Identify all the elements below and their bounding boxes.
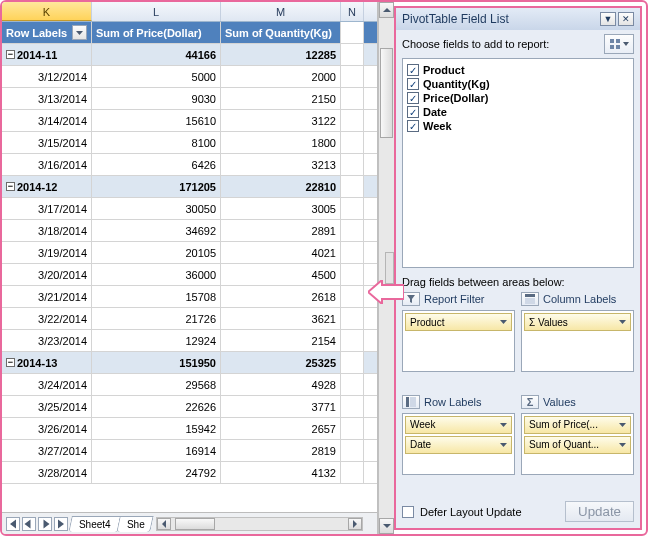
pane-close-icon[interactable]: ✕ [618, 12, 634, 26]
area-chip[interactable]: Product [405, 313, 512, 331]
chevron-down-icon [619, 423, 626, 427]
field-item[interactable]: ✓Week [407, 119, 629, 133]
column-labels-title: Column Labels [521, 292, 634, 306]
defer-update-label: Defer Layout Update [420, 506, 522, 518]
pane-title: PivotTable Field List [402, 12, 509, 26]
tab-prev-icon[interactable] [22, 517, 36, 531]
svg-rect-6 [406, 397, 409, 407]
collapse-toggle-icon[interactable]: − [6, 182, 15, 191]
collapse-toggle-icon[interactable]: − [6, 50, 15, 59]
pivot-data-row[interactable]: 3/19/2014201054021 [2, 242, 377, 264]
svg-rect-4 [525, 294, 535, 297]
field-checkbox[interactable]: ✓ [407, 64, 419, 76]
pivot-data-row[interactable]: 3/21/2014157082618 [2, 286, 377, 308]
row-labels-filter-icon[interactable] [72, 25, 87, 40]
defer-update-checkbox[interactable] [402, 506, 414, 518]
col-L-header[interactable]: L [92, 2, 221, 21]
row-labels-title: Row Labels [402, 395, 515, 409]
chevron-down-icon [619, 320, 626, 324]
pivot-data-row[interactable]: 3/23/2014129242154 [2, 330, 377, 352]
vertical-scrollbar[interactable] [378, 2, 394, 534]
sum-price-header[interactable]: Sum of Price(Dollar) [92, 22, 221, 43]
pivot-data-row[interactable]: 3/26/2014159422657 [2, 418, 377, 440]
col-M-header[interactable]: M [221, 2, 341, 21]
update-button[interactable]: Update [565, 501, 634, 522]
hscroll-thumb[interactable] [175, 518, 215, 530]
pivot-data-row[interactable]: 3/25/2014226263771 [2, 396, 377, 418]
filter-icon [402, 292, 420, 306]
field-item[interactable]: ✓Price(Dollar) [407, 91, 629, 105]
chevron-down-icon [500, 423, 507, 427]
horizontal-scrollbar[interactable] [156, 517, 363, 531]
field-checkbox[interactable]: ✓ [407, 120, 419, 132]
tab-next-icon[interactable] [38, 517, 52, 531]
tab-last-icon[interactable] [54, 517, 68, 531]
vscroll-thumb[interactable] [380, 48, 393, 138]
area-chip[interactable]: Week [405, 416, 512, 434]
values-title: Σ Values [521, 395, 634, 409]
pivot-data-row[interactable]: 3/13/201490302150 [2, 88, 377, 110]
row-labels-header[interactable]: Row Labels [2, 22, 92, 43]
col-K-header[interactable]: K [2, 2, 92, 21]
vscroll-down-icon[interactable] [379, 518, 394, 534]
choose-fields-label: Choose fields to add to report: [402, 38, 604, 50]
pane-title-bar: PivotTable Field List ▼ ✕ [396, 8, 640, 30]
svg-rect-3 [616, 45, 620, 49]
annotation-arrow-icon [368, 280, 404, 304]
pivot-data-row[interactable]: 3/17/2014300503005 [2, 198, 377, 220]
sum-qty-header[interactable]: Sum of Quantity(Kg) [221, 22, 341, 43]
pivot-data-row[interactable]: 3/14/2014156103122 [2, 110, 377, 132]
pivot-data-row[interactable]: 3/15/201481001800 [2, 132, 377, 154]
sheet-tab-sheet4[interactable]: Sheet4 [68, 516, 121, 532]
report-filter-area[interactable]: Product [402, 310, 515, 372]
pivot-group-row[interactable]: −2014-114416612285 [2, 44, 377, 66]
tab-first-icon[interactable] [6, 517, 20, 531]
values-area[interactable]: Sum of Price(...Sum of Quant... [521, 413, 634, 475]
pivot-data-row[interactable]: 3/27/2014169142819 [2, 440, 377, 462]
area-chip[interactable]: Σ Values [524, 313, 631, 331]
pivot-field-list-pane: PivotTable Field List ▼ ✕ Choose fields … [394, 6, 642, 530]
pivot-data-row[interactable]: 3/28/2014247924132 [2, 462, 377, 484]
columns-icon [521, 292, 539, 306]
column-labels-area[interactable]: Σ Values [521, 310, 634, 372]
pivot-data-row[interactable]: 3/24/2014295684928 [2, 374, 377, 396]
sheet-tab-truncated[interactable]: She [116, 516, 153, 532]
area-chip[interactable]: Sum of Quant... [524, 436, 631, 454]
pivot-group-row[interactable]: −2014-1315195025325 [2, 352, 377, 374]
pivot-data-row[interactable]: 3/20/2014360004500 [2, 264, 377, 286]
field-checkbox[interactable]: ✓ [407, 92, 419, 104]
field-item[interactable]: ✓Date [407, 105, 629, 119]
pivot-data-row[interactable]: 3/12/201450002000 [2, 66, 377, 88]
row-labels-area[interactable]: WeekDate [402, 413, 515, 475]
col-N-header[interactable]: N [341, 2, 364, 21]
hscroll-left-icon[interactable] [157, 518, 171, 530]
sheet-tab-strip: Sheet4 She [2, 512, 377, 534]
field-checkbox[interactable]: ✓ [407, 78, 419, 90]
pivot-data-row[interactable]: 3/22/2014217263621 [2, 308, 377, 330]
field-item[interactable]: ✓Quantity(Kg) [407, 77, 629, 91]
area-chip[interactable]: Sum of Price(... [524, 416, 631, 434]
collapse-toggle-icon[interactable]: − [6, 358, 15, 367]
field-item[interactable]: ✓Product [407, 63, 629, 77]
layout-options-button[interactable] [604, 34, 634, 54]
pivot-data-row[interactable]: 3/16/201464263213 [2, 154, 377, 176]
svg-rect-5 [525, 298, 535, 304]
pane-dropdown-icon[interactable]: ▼ [600, 12, 616, 26]
report-filter-title: Report Filter [402, 292, 515, 306]
chevron-down-icon [500, 320, 507, 324]
layout-icon [609, 38, 621, 50]
vscroll-up-icon[interactable] [379, 2, 394, 18]
field-checkbox[interactable]: ✓ [407, 106, 419, 118]
area-chip[interactable]: Date [405, 436, 512, 454]
column-headers: K L M N [2, 2, 377, 22]
svg-rect-7 [410, 397, 416, 407]
svg-rect-2 [610, 45, 614, 49]
pivot-grid[interactable]: Row LabelsSum of Price(Dollar)Sum of Qua… [2, 22, 377, 512]
sigma-icon: Σ [521, 395, 539, 409]
field-checklist[interactable]: ✓Product✓Quantity(Kg)✓Price(Dollar)✓Date… [402, 58, 634, 268]
drag-fields-label: Drag fields between areas below: [396, 274, 640, 292]
chevron-down-icon [623, 42, 629, 46]
pivot-group-row[interactable]: −2014-1217120522810 [2, 176, 377, 198]
pivot-data-row[interactable]: 3/18/2014346922891 [2, 220, 377, 242]
hscroll-right-icon[interactable] [348, 518, 362, 530]
